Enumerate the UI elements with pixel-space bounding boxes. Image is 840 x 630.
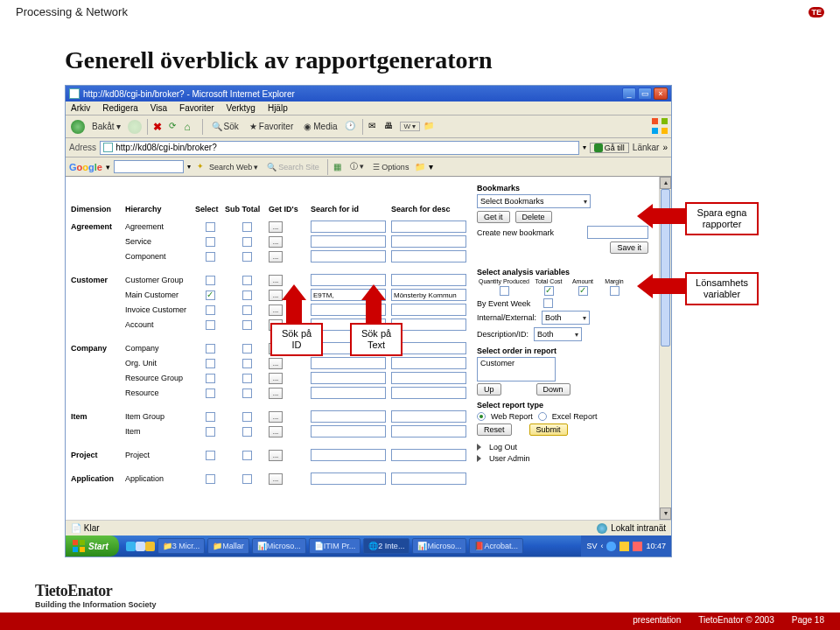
reset-button[interactable]: Reset <box>477 424 512 436</box>
excel-report-radio[interactable] <box>538 412 547 421</box>
searchid-input[interactable] <box>311 410 386 423</box>
searchdesc-input[interactable] <box>391 425 466 438</box>
options-button[interactable]: ☰ Options <box>370 163 411 172</box>
getids-button[interactable]: ... <box>269 373 283 384</box>
getids-button[interactable]: ... <box>269 411 283 423</box>
logout-link[interactable]: Log Out <box>489 443 517 452</box>
select-checkbox[interactable] <box>206 388 215 398</box>
refresh-icon[interactable]: ⟳ <box>169 121 181 133</box>
getids-button[interactable]: ... <box>269 304 283 316</box>
search-button[interactable]: 🔍 Sök <box>208 121 242 132</box>
subtotal-checkbox[interactable] <box>242 412 252 422</box>
close-button[interactable]: × <box>654 88 668 100</box>
searchid-input[interactable] <box>311 387 386 399</box>
subtotal-checkbox[interactable] <box>242 276 252 285</box>
order-listbox[interactable]: Customer <box>477 357 556 382</box>
select-checkbox[interactable] <box>206 451 215 460</box>
select-checkbox[interactable] <box>206 374 215 383</box>
task-5[interactable]: 📊 Microso... <box>412 538 466 554</box>
searchdesc-input[interactable] <box>391 304 466 316</box>
subtotal-checkbox[interactable] <box>242 374 252 383</box>
media-button[interactable]: ◉ Media <box>300 121 340 132</box>
searchdesc-input[interactable] <box>391 250 466 262</box>
task-4[interactable]: 🌐 2 Inte... <box>363 538 410 554</box>
subtotal-checkbox[interactable] <box>242 451 252 460</box>
task-0[interactable]: 📁 3 Micr... <box>158 538 206 554</box>
ql-outlook-icon[interactable] <box>145 542 155 551</box>
analysis-cb-cost[interactable] <box>544 286 554 296</box>
down-button[interactable]: Down <box>536 383 570 396</box>
lang-indicator[interactable]: SV <box>586 542 597 550</box>
saveit-button[interactable]: Save it <box>610 242 648 254</box>
searchid-input[interactable] <box>311 472 386 485</box>
minimize-button[interactable]: _ <box>622 88 636 100</box>
info-button[interactable]: ⓘ ▾ <box>347 161 368 172</box>
getids-button[interactable]: ... <box>269 290 283 301</box>
task-1[interactable]: 📁 Mallar <box>207 538 249 554</box>
links-label[interactable]: Länkar <box>633 143 660 152</box>
searchid-input[interactable] <box>311 449 386 461</box>
searchid-input[interactable] <box>311 250 386 262</box>
searchdesc-input[interactable] <box>391 372 466 384</box>
select-checkbox[interactable] <box>206 305 215 315</box>
tray-icon-1[interactable] <box>606 542 616 551</box>
searchid-input[interactable] <box>311 220 386 233</box>
subtotal-checkbox[interactable] <box>242 344 252 354</box>
tray-expand-icon[interactable]: ‹ <box>600 542 603 550</box>
menu-visa[interactable]: Visa <box>150 103 167 113</box>
useradmin-link[interactable]: User Admin <box>489 454 530 463</box>
maximize-button[interactable]: ▭ <box>638 88 652 100</box>
highlight-icon[interactable]: 📁 <box>415 162 425 172</box>
ql-ie-icon[interactable] <box>126 542 136 551</box>
subtotal-checkbox[interactable] <box>242 222 252 232</box>
searchdesc-input[interactable] <box>391 410 466 423</box>
menu-arkiv[interactable]: Arkiv <box>71 103 90 113</box>
getids-button[interactable]: ... <box>269 450 283 461</box>
subtotal-checkbox[interactable] <box>242 359 252 368</box>
rank-icon[interactable]: ▦ <box>333 162 344 172</box>
getids-button[interactable]: ... <box>269 251 283 262</box>
subtotal-checkbox[interactable] <box>242 252 252 262</box>
back-icon[interactable] <box>71 120 85 134</box>
searchdesc-input[interactable] <box>391 274 466 286</box>
history-icon[interactable]: 🕑 <box>345 121 357 133</box>
searchdesc-input[interactable] <box>391 235 466 248</box>
select-checkbox[interactable] <box>206 276 215 285</box>
getids-button[interactable]: ... <box>269 221 283 233</box>
select-checkbox[interactable] <box>206 290 215 300</box>
start-button[interactable]: Start <box>66 536 119 556</box>
searchdesc-input[interactable] <box>391 357 466 369</box>
task-3[interactable]: 📄 ITIM Pr... <box>309 538 361 554</box>
task-6[interactable]: 📕 Acrobat... <box>469 538 523 554</box>
address-input[interactable]: http://kd08/cgi-bin/broker? <box>100 141 579 155</box>
searchid-input[interactable] <box>311 357 386 369</box>
select-checkbox[interactable] <box>206 427 215 437</box>
searchdesc-input[interactable] <box>391 220 466 233</box>
subtotal-checkbox[interactable] <box>242 474 252 484</box>
scroll-down-icon[interactable]: ▾ <box>660 508 671 520</box>
select-checkbox[interactable] <box>206 359 215 368</box>
delete-button[interactable]: Delete <box>515 211 552 223</box>
mail-icon[interactable]: ✉ <box>368 121 381 133</box>
tray-icon-2[interactable] <box>620 542 629 551</box>
task-2[interactable]: 📊 Microso... <box>252 538 306 554</box>
web-report-radio[interactable] <box>477 412 486 421</box>
back-button[interactable]: Bakåt ▾ <box>88 121 124 132</box>
select-checkbox[interactable] <box>206 237 215 247</box>
select-checkbox[interactable] <box>206 412 215 422</box>
menu-redigera[interactable]: Redigera <box>102 103 138 113</box>
folder-icon[interactable]: 📁 <box>424 121 436 133</box>
getids-button[interactable]: ... <box>269 275 283 286</box>
byweek-checkbox[interactable] <box>543 298 553 308</box>
search-web-button[interactable]: ✦Search Web ▾ <box>194 162 261 172</box>
getit-button[interactable]: Get it <box>477 211 510 223</box>
select-checkbox[interactable] <box>206 252 215 262</box>
searchdesc-input[interactable] <box>391 387 466 399</box>
searchid-input[interactable] <box>311 425 386 438</box>
subtotal-checkbox[interactable] <box>242 320 252 330</box>
print-icon[interactable]: 🖶 <box>384 121 396 133</box>
getids-button[interactable]: ... <box>269 236 283 248</box>
submit-button[interactable]: Submit <box>529 424 568 436</box>
subtotal-checkbox[interactable] <box>242 237 252 247</box>
menu-hjalp[interactable]: Hjälp <box>268 103 288 113</box>
